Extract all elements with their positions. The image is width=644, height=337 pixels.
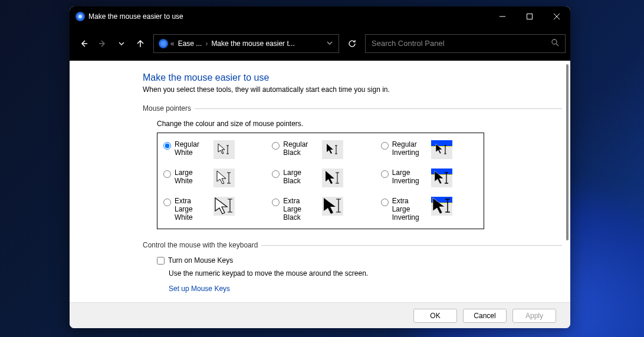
close-button[interactable] <box>543 6 570 26</box>
maximize-button[interactable] <box>516 6 543 26</box>
back-button[interactable] <box>74 34 93 53</box>
radio-extra-large-white[interactable] <box>163 199 171 206</box>
preview-regular-inverting <box>431 140 452 159</box>
forward-button[interactable] <box>93 34 112 53</box>
scrollbar[interactable] <box>566 64 569 299</box>
pointer-option-extra-large-white[interactable]: Extra Large White <box>157 192 266 226</box>
radio-extra-large-inverting[interactable] <box>381 199 389 206</box>
setup-mouse-keys-link[interactable]: Set up Mouse Keys <box>169 285 562 293</box>
pointer-option-large-white[interactable]: Large White <box>157 164 266 192</box>
page-heading: Make the mouse easier to use <box>143 72 562 83</box>
pointer-option-regular-inverting[interactable]: Regular Inverting <box>375 136 484 164</box>
titlebar[interactable]: Make the mouse easier to use <box>70 6 570 26</box>
address-bar[interactable]: « Ease ... › Make the mouse easier t... <box>153 34 339 53</box>
control-panel-window: Make the mouse easier to use « Ease ... … <box>70 6 570 328</box>
svg-point-5 <box>552 39 557 44</box>
breadcrumb-ellipsis: « <box>170 39 175 48</box>
pointer-option-extra-large-inverting[interactable]: Extra Large Inverting <box>375 192 484 226</box>
minimize-button[interactable] <box>489 6 516 26</box>
section-mouse-pointers-header: Mouse pointers <box>143 104 562 113</box>
control-panel-icon <box>75 12 85 21</box>
radio-regular-white[interactable] <box>163 142 171 150</box>
ok-button[interactable]: OK <box>413 309 457 323</box>
content-area: Make the mouse easier to use When you se… <box>70 61 570 302</box>
mouse-keys-checkbox[interactable] <box>157 257 165 265</box>
radio-regular-inverting[interactable] <box>381 142 389 150</box>
preview-large-black <box>322 168 343 187</box>
section-keyboard-header: Control the mouse with the keyboard <box>143 241 562 249</box>
svg-point-0 <box>78 15 82 18</box>
search-box[interactable] <box>365 34 566 53</box>
pointer-option-extra-large-black[interactable]: Extra Large Black <box>266 192 374 226</box>
mouse-keys-label: Turn on Mouse Keys <box>168 256 233 265</box>
svg-rect-2 <box>527 14 533 19</box>
svg-line-6 <box>556 44 558 46</box>
address-dropdown-button[interactable] <box>323 39 336 48</box>
refresh-button[interactable] <box>343 39 362 48</box>
breadcrumb-segment-1[interactable]: Ease ... <box>175 39 206 48</box>
radio-large-white[interactable] <box>163 170 171 178</box>
dialog-footer: OK Cancel Apply <box>70 302 570 328</box>
mouse-keys-checkbox-row[interactable]: Turn on Mouse Keys <box>157 256 562 265</box>
breadcrumb-segment-2[interactable]: Make the mouse easier t... <box>208 39 298 48</box>
pointer-option-regular-black[interactable]: Regular Black <box>266 136 374 164</box>
radio-large-inverting[interactable] <box>381 170 389 178</box>
mouse-keys-helper: Use the numeric keypad to move the mouse… <box>169 269 562 277</box>
search-icon[interactable] <box>551 38 559 48</box>
pointer-options-grid: Regular White Regular Black Regular Inve… <box>157 133 484 229</box>
window-title: Make the mouse easier to use <box>88 12 489 21</box>
preview-large-white <box>213 168 235 187</box>
pointer-option-large-black[interactable]: Large Black <box>266 164 374 192</box>
radio-extra-large-black[interactable] <box>272 199 280 206</box>
page-subtitle: When you select these tools, they will a… <box>143 85 562 94</box>
cancel-button[interactable]: Cancel <box>463 309 507 323</box>
recent-dropdown-button[interactable] <box>112 34 131 53</box>
scrollbar-thumb[interactable] <box>566 64 569 240</box>
preview-regular-white <box>213 140 235 159</box>
pointers-description: Change the colour and size of mouse poin… <box>157 120 562 128</box>
toolbar: « Ease ... › Make the mouse easier t... <box>70 26 570 61</box>
pointer-option-regular-white[interactable]: Regular White <box>157 136 266 164</box>
preview-extra-large-white <box>213 197 235 216</box>
preview-extra-large-inverting <box>431 197 452 216</box>
radio-large-black[interactable] <box>272 170 280 178</box>
apply-button[interactable]: Apply <box>512 309 556 323</box>
preview-large-inverting <box>431 168 452 187</box>
pointer-option-large-inverting[interactable]: Large Inverting <box>375 164 484 192</box>
address-icon <box>159 39 168 48</box>
search-input[interactable] <box>372 39 551 48</box>
radio-regular-black[interactable] <box>272 142 280 150</box>
preview-extra-large-black <box>322 197 343 216</box>
up-button[interactable] <box>131 34 150 53</box>
preview-regular-black <box>322 140 343 159</box>
